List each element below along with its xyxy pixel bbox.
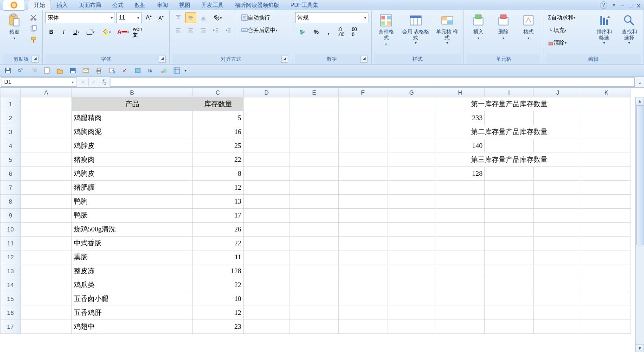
decrease-decimal-button[interactable]: .00.0 bbox=[348, 26, 359, 38]
cell-C17[interactable]: 23 bbox=[193, 320, 244, 334]
cell-A1[interactable] bbox=[21, 97, 72, 111]
fill-color-button[interactable]: ▾ bbox=[99, 26, 114, 38]
cell-J7[interactable] bbox=[534, 181, 582, 195]
cell-H13[interactable] bbox=[436, 264, 485, 278]
cell-H4[interactable]: 140 bbox=[436, 139, 485, 153]
row-header-13[interactable]: 13 bbox=[0, 264, 21, 278]
cell-I4[interactable] bbox=[485, 139, 534, 153]
wrap-text-button[interactable]: 自动换行 bbox=[239, 12, 272, 23]
autosum-button[interactable]: Σ 自动求和 ▾ bbox=[546, 12, 577, 23]
col-header-C[interactable]: C bbox=[193, 88, 244, 97]
tab-福昕阅读器领鲜版[interactable]: 福昕阅读器领鲜版 bbox=[229, 0, 285, 10]
cell-B7[interactable]: 猪肥膘 bbox=[72, 181, 193, 195]
col-header-B[interactable]: B bbox=[72, 88, 193, 97]
row-header-6[interactable]: 6 bbox=[0, 167, 21, 181]
scroll-thumb[interactable] bbox=[636, 105, 644, 245]
col-header-D[interactable]: D bbox=[244, 88, 290, 97]
delete-cells-button[interactable]: 删除▾ bbox=[492, 12, 515, 42]
clipboard-launcher[interactable]: ◢ bbox=[32, 56, 39, 63]
cell-A14[interactable] bbox=[21, 278, 72, 292]
cell-B3[interactable]: 鸡胸肉泥 bbox=[72, 125, 193, 139]
border-button[interactable]: ▾ bbox=[83, 26, 98, 38]
cell-K6[interactable] bbox=[582, 167, 631, 181]
vertical-scrollbar[interactable]: ▲ ▼ bbox=[635, 97, 644, 352]
cell-B13[interactable]: 整皮冻 bbox=[72, 264, 193, 278]
qat-pivot-button[interactable] bbox=[172, 65, 182, 76]
cell-F6[interactable] bbox=[339, 167, 387, 181]
cell-I9[interactable] bbox=[485, 209, 534, 223]
clear-button[interactable]: 清除 ▾ bbox=[546, 37, 568, 48]
cell-H6[interactable]: 128 bbox=[436, 167, 485, 181]
cell-D9[interactable] bbox=[244, 209, 290, 223]
cell-A17[interactable] bbox=[21, 320, 72, 334]
cell-F5[interactable] bbox=[339, 153, 387, 167]
cell-I10[interactable] bbox=[485, 223, 534, 237]
cell-J13[interactable] bbox=[534, 264, 582, 278]
cell-F3[interactable] bbox=[339, 125, 387, 139]
cell-D7[interactable] bbox=[244, 181, 290, 195]
cell-D4[interactable] bbox=[244, 139, 290, 153]
cell-J8[interactable] bbox=[534, 195, 582, 209]
align-right-button[interactable] bbox=[198, 25, 209, 36]
cell-F8[interactable] bbox=[339, 195, 387, 209]
cell-F4[interactable] bbox=[339, 139, 387, 153]
cell-C15[interactable]: 10 bbox=[193, 292, 244, 306]
cell-A9[interactable] bbox=[21, 209, 72, 223]
row-header-5[interactable]: 5 bbox=[0, 153, 21, 167]
format-as-table-button[interactable]: 套用 表格格式▾ bbox=[399, 12, 431, 46]
cell-C13[interactable]: 128 bbox=[193, 264, 244, 278]
cell-H5[interactable]: 第三库存量产品库存数量 bbox=[436, 153, 582, 167]
cell-K8[interactable] bbox=[582, 195, 631, 209]
scroll-down-button[interactable]: ▼ bbox=[636, 344, 644, 352]
cell-E14[interactable] bbox=[290, 278, 339, 292]
cell-H3[interactable]: 第二库存量产品库存数量 bbox=[436, 125, 582, 139]
cell-F1[interactable] bbox=[339, 97, 387, 111]
tab-审阅[interactable]: 审阅 bbox=[151, 0, 174, 10]
cell-A7[interactable] bbox=[21, 181, 72, 195]
enter-formula-button[interactable]: ✓ bbox=[89, 78, 99, 86]
font-launcher[interactable]: ◢ bbox=[159, 56, 166, 63]
cell-E13[interactable] bbox=[290, 264, 339, 278]
cell-F2[interactable] bbox=[339, 111, 387, 125]
cell-D11[interactable] bbox=[244, 237, 290, 250]
cell-J16[interactable] bbox=[534, 306, 582, 320]
cell-J17[interactable] bbox=[534, 320, 582, 334]
col-header-E[interactable]: E bbox=[290, 88, 339, 97]
col-header-I[interactable]: I bbox=[485, 88, 534, 97]
cell-J4[interactable] bbox=[534, 139, 582, 153]
cell-G3[interactable] bbox=[387, 125, 436, 139]
cell-D5[interactable] bbox=[244, 153, 290, 167]
cell-K4[interactable] bbox=[582, 139, 631, 153]
tab-开始[interactable]: 开始 bbox=[28, 0, 51, 10]
increase-decimal-button[interactable]: .0.00 bbox=[335, 26, 347, 38]
cell-A12[interactable] bbox=[21, 250, 72, 264]
cell-C10[interactable]: 26 bbox=[193, 223, 244, 237]
increase-indent-button[interactable] bbox=[223, 25, 234, 36]
cell-B4[interactable]: 鸡脖皮 bbox=[72, 139, 193, 153]
cell-G15[interactable] bbox=[387, 292, 436, 306]
cell-C4[interactable]: 25 bbox=[193, 139, 244, 153]
cell-K11[interactable] bbox=[582, 237, 631, 250]
accounting-format-button[interactable]: $▾ bbox=[295, 26, 309, 38]
percent-button[interactable]: % bbox=[310, 26, 322, 38]
row-header-4[interactable]: 4 bbox=[0, 139, 21, 153]
row-header-12[interactable]: 12 bbox=[0, 250, 21, 264]
cell-H1[interactable]: 第一库存量产品库存数量 bbox=[436, 97, 582, 111]
cell-B8[interactable]: 鸭胸 bbox=[72, 195, 193, 209]
cell-C8[interactable]: 13 bbox=[193, 195, 244, 209]
cell-J10[interactable] bbox=[534, 223, 582, 237]
cell-I13[interactable] bbox=[485, 264, 534, 278]
cell-B2[interactable]: 鸡腿精肉 bbox=[72, 111, 193, 125]
cell-D12[interactable] bbox=[244, 250, 290, 264]
formula-input[interactable] bbox=[110, 77, 635, 87]
row-header-16[interactable]: 16 bbox=[0, 306, 21, 320]
shrink-font-button[interactable]: A▾ bbox=[155, 12, 167, 23]
cell-A8[interactable] bbox=[21, 195, 72, 209]
align-center-button[interactable] bbox=[185, 25, 196, 36]
qat-preview-button[interactable] bbox=[107, 65, 117, 76]
scroll-up-button[interactable]: ▲ bbox=[636, 97, 644, 106]
cell-K3[interactable] bbox=[582, 125, 631, 139]
cell-D15[interactable] bbox=[244, 292, 290, 306]
format-painter-button[interactable] bbox=[28, 34, 39, 45]
tab-PDF工具集[interactable]: PDF工具集 bbox=[285, 0, 324, 10]
